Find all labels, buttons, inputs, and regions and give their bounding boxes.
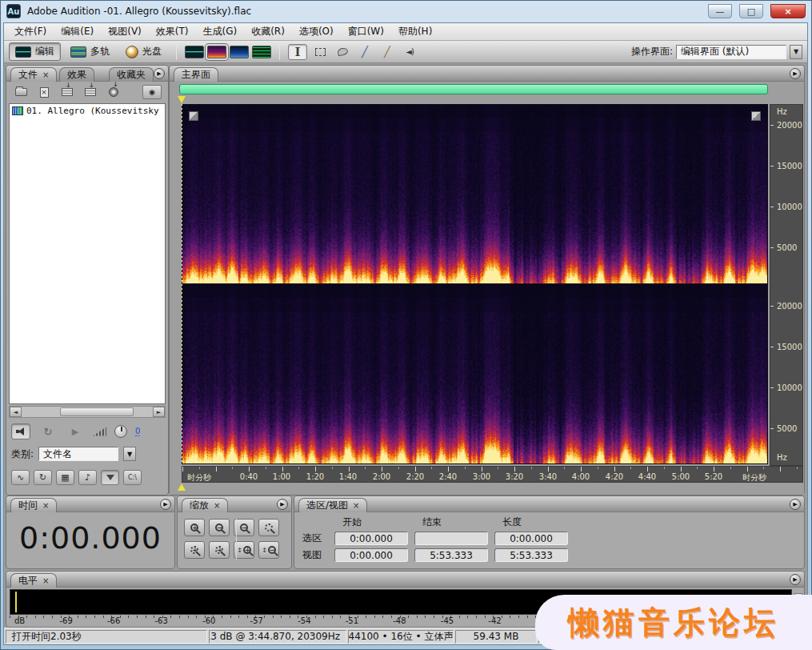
category-dropdown[interactable]: 文件名 xyxy=(38,447,118,461)
tab-close-icon[interactable]: × xyxy=(42,576,49,585)
show-full-path-button[interactable]: C:\ xyxy=(123,470,142,485)
advanced-options-button[interactable]: ◉ xyxy=(142,85,162,99)
tab-time[interactable]: 时间 × xyxy=(10,498,57,512)
selection-start-field[interactable]: 0:00.000 xyxy=(334,532,408,545)
tab-main-interface[interactable]: 主界面 xyxy=(174,67,218,82)
tab-files[interactable]: 文件 × xyxy=(10,67,57,82)
show-loop-files-button[interactable]: ↻ xyxy=(34,470,52,485)
close-file-button[interactable]: × xyxy=(36,86,52,98)
freq-tick xyxy=(770,387,774,388)
scroll-left-button[interactable]: ◄ xyxy=(10,407,22,417)
menu-edit[interactable]: 编辑(E) xyxy=(54,23,101,40)
edit-original-button[interactable] xyxy=(106,86,122,98)
insert-multitrack-button[interactable] xyxy=(59,86,75,98)
window-title: Adobe Audition -01. Allegro (Koussevitsk… xyxy=(27,6,701,17)
menu-effects[interactable]: 效果(T) xyxy=(149,23,196,40)
frequency-ruler[interactable]: Hz 20000 15000 10000 5000 20000 15000 10… xyxy=(770,104,803,466)
zoom-to-selection-button[interactable] xyxy=(258,519,279,536)
menu-view[interactable]: 视图(V) xyxy=(101,23,149,40)
play-button[interactable]: ▶ xyxy=(66,423,85,439)
auto-play-button[interactable] xyxy=(11,423,30,439)
multitrack-view-button[interactable]: 多轨 xyxy=(64,42,116,61)
tab-close-icon[interactable]: × xyxy=(214,501,220,510)
selview-panel-menu-button[interactable]: ▶ xyxy=(790,499,801,510)
tab-close-icon[interactable]: × xyxy=(42,70,49,79)
import-file-button[interactable] xyxy=(13,86,29,98)
tab-selection-view[interactable]: 选区/视图 × xyxy=(298,498,367,512)
top-left-boundary-grip[interactable] xyxy=(189,111,198,121)
zoom-panel-menu-button[interactable]: ▶ xyxy=(277,499,288,510)
zoom-out-vertical-button[interactable]: ↕− xyxy=(258,541,279,559)
selection-length-field[interactable]: 0:00.000 xyxy=(494,532,568,545)
category-dropdown-arrow[interactable]: ▼ xyxy=(123,447,136,461)
title-bar[interactable]: Au Adobe Audition -01. Allegro (Koussevi… xyxy=(0,0,812,22)
menu-options[interactable]: 选项(O) xyxy=(292,23,341,40)
file-list[interactable]: 01. Allegro (Koussevitsky xyxy=(9,103,166,404)
files-panel-menu-button[interactable]: ▶ xyxy=(154,68,165,79)
menu-help[interactable]: 帮助(H) xyxy=(391,23,439,40)
waveform-display-button[interactable] xyxy=(185,46,204,58)
zoom-selection-left-edge-button[interactable]: + xyxy=(184,541,205,559)
tab-close-icon[interactable]: × xyxy=(42,501,49,510)
file-list-item[interactable]: 01. Allegro (Koussevitsky xyxy=(10,104,165,118)
scrub-tool[interactable]: ◄) xyxy=(400,44,419,60)
workspace-dropdown[interactable]: 编辑界面 (默认) xyxy=(676,45,786,59)
time-tick-label: 2:20 xyxy=(406,472,424,481)
spot-healing-brush-tool[interactable]: ╱ xyxy=(378,44,397,60)
marquee-selection-tool[interactable] xyxy=(310,44,330,60)
zoom-selection-right-edge-button[interactable]: + xyxy=(209,541,230,559)
insert-cd-list-button[interactable] xyxy=(82,86,98,98)
menu-favorites[interactable]: 收藏(R) xyxy=(244,23,292,40)
effects-paintbrush-tool[interactable]: ╱ xyxy=(355,44,374,60)
minimize-button[interactable]: — xyxy=(708,4,732,18)
status-open-time: 打开时间2.03秒 xyxy=(6,630,207,644)
top-right-boundary-grip[interactable] xyxy=(751,111,761,121)
close-button[interactable]: × xyxy=(770,4,806,18)
selection-end-field[interactable] xyxy=(414,532,488,545)
preview-volume-value[interactable]: 0 xyxy=(135,427,140,436)
level-panel-menu-button[interactable]: ▶ xyxy=(790,574,801,585)
tab-favorites[interactable]: 收藏夹 xyxy=(109,67,154,82)
spectral-display-button[interactable] xyxy=(207,46,226,58)
spectral-phase-display-button[interactable] xyxy=(252,46,271,58)
tab-close-icon[interactable]: × xyxy=(353,501,359,510)
time-ruler[interactable]: 时分秒 0:40 1:00 1:20 1:40 2:00 2:20 2:40 3… xyxy=(182,466,803,483)
tab-effects[interactable]: 效果 xyxy=(59,67,94,82)
menu-file[interactable]: 文件(F) xyxy=(7,23,54,40)
insert-multitrack-icon xyxy=(62,88,73,96)
time-ruler-right-label: 时分秒 xyxy=(742,472,766,483)
tab-level[interactable]: 电平 × xyxy=(10,573,57,588)
file-list-hscrollbar[interactable]: ◄ ► xyxy=(9,406,166,418)
workspace-dropdown-arrow[interactable]: ▼ xyxy=(790,45,802,59)
view-end-field[interactable]: 5:53.333 xyxy=(414,548,488,562)
menu-window[interactable]: 窗口(W) xyxy=(341,23,391,40)
overview-navigator-bar[interactable] xyxy=(179,84,768,94)
loop-play-button[interactable]: ↻ xyxy=(38,423,58,439)
zoom-in-horizontal-button[interactable]: + xyxy=(184,519,205,536)
view-start-field[interactable]: 0:00.000 xyxy=(334,548,408,562)
preview-volume-knob[interactable] xyxy=(114,425,127,438)
playhead-top-marker[interactable] xyxy=(178,96,186,103)
show-midi-files-button[interactable]: ♪ xyxy=(78,470,97,485)
edit-view-button[interactable]: 编辑 xyxy=(9,42,61,61)
view-length-field[interactable]: 5:53.333 xyxy=(494,548,568,562)
spectrogram-canvas[interactable] xyxy=(182,104,768,464)
time-selection-tool[interactable]: I xyxy=(288,44,307,60)
spectral-pan-display-button[interactable] xyxy=(230,46,249,58)
maximize-button[interactable]: □ xyxy=(739,4,763,18)
menu-generate[interactable]: 生成(G) xyxy=(196,23,245,40)
show-audio-files-button[interactable]: ∿ xyxy=(11,470,30,485)
main-panel-menu-button[interactable]: ▶ xyxy=(790,68,801,79)
scrollbar-thumb[interactable] xyxy=(60,407,134,416)
lasso-selection-tool[interactable] xyxy=(333,44,352,60)
cd-view-button[interactable]: 光盘 xyxy=(119,42,168,61)
show-video-files-button[interactable]: ▦ xyxy=(56,470,74,485)
zoom-out-horizontal-button[interactable]: − xyxy=(209,519,230,536)
time-panel-menu-button[interactable]: ▶ xyxy=(160,499,171,510)
filter-options-button[interactable] xyxy=(101,470,119,485)
scroll-right-button[interactable]: ► xyxy=(153,407,165,417)
db-tick-label: -57 xyxy=(250,616,263,627)
time-readout[interactable]: 0:00.000 xyxy=(6,520,174,556)
playhead-bottom-marker[interactable] xyxy=(178,483,186,491)
tab-zoom[interactable]: 缩放 × xyxy=(182,498,228,512)
